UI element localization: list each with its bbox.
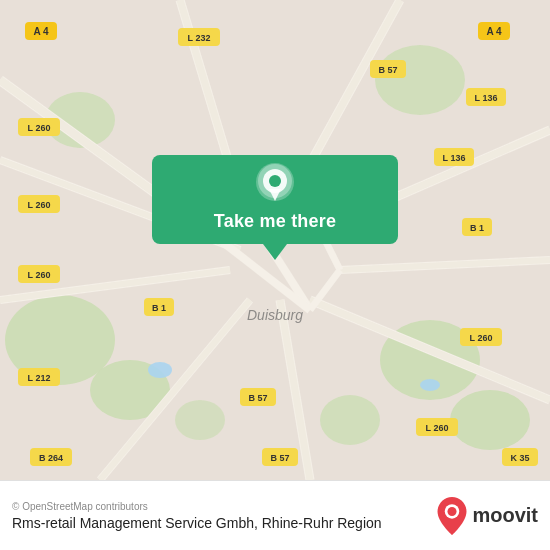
svg-text:L 212: L 212 — [28, 373, 51, 383]
svg-text:B 264: B 264 — [39, 453, 63, 463]
footer: © OpenStreetMap contributors Rms-retail … — [0, 480, 550, 550]
map-container: A 4 A 4 L 232 L 260 L 260 L 260 B 57 L 1… — [0, 0, 550, 480]
svg-text:L 260: L 260 — [28, 123, 51, 133]
svg-point-80 — [448, 506, 457, 515]
take-me-there-button[interactable]: Take me there — [214, 211, 336, 232]
navigation-tooltip[interactable]: Take me there — [152, 155, 398, 244]
svg-text:Duisburg: Duisburg — [247, 307, 303, 323]
svg-point-77 — [269, 175, 281, 187]
svg-text:K 35: K 35 — [510, 453, 529, 463]
svg-text:B 1: B 1 — [152, 303, 166, 313]
svg-point-4 — [450, 390, 530, 450]
svg-text:L 136: L 136 — [475, 93, 498, 103]
svg-text:A 4: A 4 — [33, 26, 49, 37]
svg-text:B 57: B 57 — [248, 393, 267, 403]
svg-text:B 1: B 1 — [470, 223, 484, 233]
svg-text:A 4: A 4 — [486, 26, 502, 37]
location-pin-icon — [255, 165, 295, 205]
place-name-label: Rms-retail Management Service Gmbh, Rhin… — [12, 515, 436, 531]
svg-text:L 260: L 260 — [28, 270, 51, 280]
svg-text:B 57: B 57 — [270, 453, 289, 463]
svg-point-8 — [175, 400, 225, 440]
svg-text:L 260: L 260 — [28, 200, 51, 210]
svg-text:B 57: B 57 — [378, 65, 397, 75]
footer-text: © OpenStreetMap contributors Rms-retail … — [12, 501, 436, 531]
moovit-pin-icon — [436, 497, 468, 535]
svg-point-6 — [375, 45, 465, 115]
svg-point-10 — [420, 379, 440, 391]
svg-point-7 — [320, 395, 380, 445]
map-attribution: © OpenStreetMap contributors — [12, 501, 436, 512]
svg-text:L 232: L 232 — [188, 33, 211, 43]
svg-text:L 136: L 136 — [443, 153, 466, 163]
moovit-brand-label: moovit — [472, 504, 538, 527]
svg-point-9 — [148, 362, 172, 378]
moovit-logo: moovit — [436, 497, 538, 535]
svg-text:L 260: L 260 — [426, 423, 449, 433]
svg-text:L 260: L 260 — [470, 333, 493, 343]
